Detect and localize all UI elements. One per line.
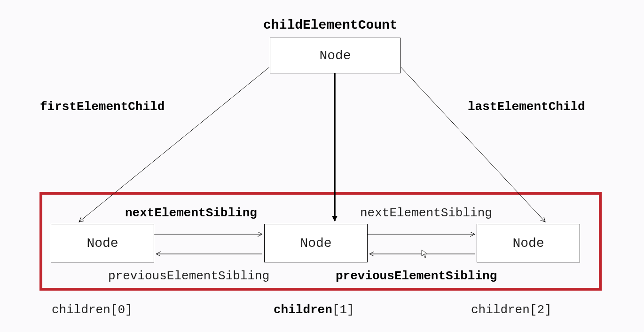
diagram-canvas: childElementCount Node firstElementChild…: [0, 0, 644, 332]
prev-sibling-right-label: previousElementSibling: [336, 269, 497, 283]
prev-sibling-left-label: previousElementSibling: [108, 269, 269, 283]
child-node-1-label: Node: [300, 236, 331, 251]
parent-node: Node: [270, 38, 401, 73]
next-sibling-right-label: nextElementSibling: [360, 206, 492, 220]
children-0-caption: children[0]: [52, 303, 133, 317]
child-node-0: Node: [51, 224, 154, 262]
child-node-2: Node: [477, 224, 580, 262]
children-1-caption-prefix: children: [274, 303, 332, 317]
children-2-caption: children[2]: [471, 303, 552, 317]
first-element-child-label: firstElementChild: [40, 100, 165, 114]
last-element-child-label: lastElementChild: [468, 100, 585, 114]
child-node-0-label: Node: [86, 236, 118, 251]
children-1-caption: children[1]: [274, 303, 354, 317]
child-node-1: Node: [264, 224, 368, 262]
child-node-2-label: Node: [512, 236, 544, 251]
children-1-caption-index: [1]: [332, 303, 354, 317]
parent-node-label: Node: [319, 48, 351, 63]
title-label: childElementCount: [263, 18, 398, 32]
next-sibling-left-label: nextElementSibling: [125, 206, 257, 220]
